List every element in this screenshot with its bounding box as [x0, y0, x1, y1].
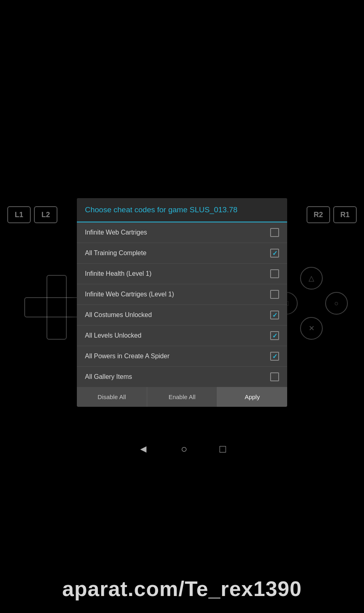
cheat-item[interactable]: Infinite Health (Level 1) [77, 264, 287, 284]
cheat-checkbox[interactable] [270, 269, 279, 278]
r1-button[interactable]: R1 [333, 206, 357, 223]
cheat-label: All Costumes Unlocked [85, 311, 152, 319]
recents-nav-button[interactable]: □ [220, 443, 226, 455]
cheat-item[interactable]: All Powers in Create A Spider [77, 346, 287, 367]
cheat-label: Infinite Health (Level 1) [85, 270, 152, 277]
cheat-label: Infinite Web Cartriges [85, 229, 147, 236]
cheat-label: All Gallery Items [85, 373, 132, 380]
dialog-action-button-enable-all[interactable]: Enable All [147, 387, 218, 407]
cheat-item[interactable]: Infinite Web Cartriges [77, 222, 287, 243]
cheat-checkbox[interactable] [270, 372, 279, 381]
cheat-item[interactable]: All Gallery Items [77, 367, 287, 387]
dpad-vertical [47, 275, 67, 340]
dialog-buttons: Disable AllEnable AllApply [77, 387, 287, 407]
nav-bar: ◄ ○ □ [0, 435, 364, 463]
cheat-item[interactable]: All Costumes Unlocked [77, 305, 287, 326]
cheat-item[interactable]: All Levels Unlocked [77, 326, 287, 346]
back-nav-button[interactable]: ◄ [138, 443, 148, 455]
triangle-button[interactable]: △ [300, 267, 323, 290]
cheat-label: All Powers in Create A Spider [85, 353, 169, 360]
l1-button[interactable]: L1 [7, 206, 31, 223]
cheat-dialog: Choose cheat codes for game SLUS_013.78 … [77, 198, 287, 407]
cheat-label: All Levels Unlocked [85, 332, 142, 339]
circle-button[interactable]: ○ [325, 292, 348, 315]
cheat-checkbox[interactable] [270, 290, 279, 299]
cheat-checkbox[interactable] [270, 228, 279, 237]
dialog-action-button-apply[interactable]: Apply [217, 387, 287, 407]
cheat-item[interactable]: All Training Complete [77, 243, 287, 264]
cheat-checkbox[interactable] [270, 311, 279, 319]
watermark: aparat.com/Te_rex1390 [0, 577, 364, 601]
cross-button[interactable]: ✕ [300, 317, 323, 340]
cheat-label: All Training Complete [85, 249, 146, 257]
home-nav-button[interactable]: ○ [181, 443, 187, 455]
cheat-item[interactable]: Infinite Web Cartriges (Level 1) [77, 284, 287, 305]
l2-button[interactable]: L2 [34, 206, 57, 223]
cheat-list: Infinite Web CartrigesAll Training Compl… [77, 222, 287, 387]
cheat-checkbox[interactable] [270, 249, 279, 258]
dialog-action-button-disable-all[interactable]: Disable All [77, 387, 147, 407]
cheat-label: Infinite Web Cartriges (Level 1) [85, 291, 174, 298]
cheat-checkbox[interactable] [270, 352, 279, 361]
cheat-checkbox[interactable] [270, 331, 279, 340]
r2-button[interactable]: R2 [307, 206, 330, 223]
dialog-title: Choose cheat codes for game SLUS_013.78 [77, 198, 287, 222]
